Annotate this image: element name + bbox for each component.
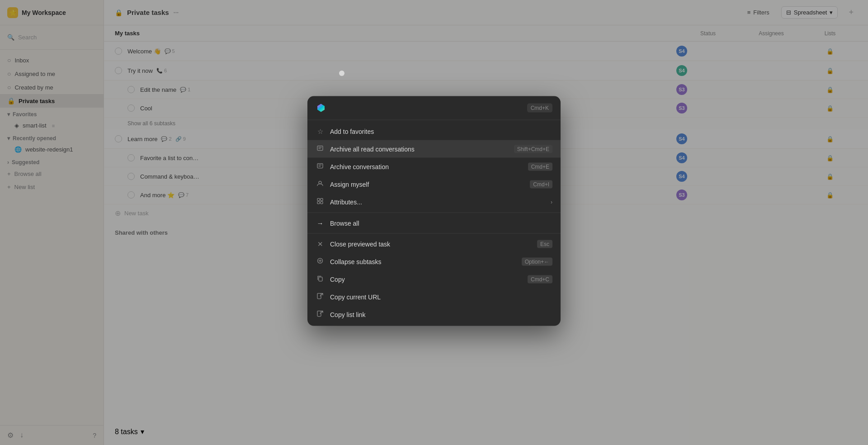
archive-all-icon (316, 145, 325, 153)
archive-conv-icon (316, 162, 325, 171)
command-item-browse-all[interactable]: → Browse all (307, 215, 561, 232)
close-task-shortcut: Esc (537, 240, 552, 248)
assign-myself-shortcut: Cmd+I (530, 180, 552, 188)
app-logo (316, 103, 326, 114)
assign-icon (316, 180, 325, 189)
copy-list-link-icon (316, 310, 325, 319)
divider-2 (307, 233, 561, 234)
svg-rect-0 (317, 146, 323, 151)
command-shortcut-label: Cmd+K (527, 104, 552, 113)
star-icon: ☆ (316, 128, 325, 136)
svg-rect-4 (321, 199, 323, 201)
close-icon: ✕ (316, 240, 325, 248)
command-item-copy-list-link[interactable]: Copy list link (307, 306, 561, 323)
attributes-icon (316, 198, 325, 206)
svg-rect-5 (317, 202, 320, 204)
command-palette: Cmd+K ☆ Add to favorites Archive all rea… (307, 96, 561, 326)
command-item-attributes[interactable]: Attributes... › (307, 193, 561, 211)
command-search-row: Cmd+K (307, 96, 561, 120)
collapse-shortcut: Option+← (522, 257, 552, 265)
archive-all-shortcut: Shift+Cmd+E (514, 145, 552, 153)
command-item-archive-all[interactable]: Archive all read conversations Shift+Cmd… (307, 140, 561, 158)
svg-rect-1 (317, 164, 323, 168)
command-item-collapse-subtasks[interactable]: Collapse subtasks Option+← (307, 253, 561, 270)
command-item-add-favorites[interactable]: ☆ Add to favorites (307, 123, 561, 140)
copy-url-icon (316, 293, 325, 301)
attributes-arrow: › (551, 199, 552, 205)
command-item-copy-url[interactable]: Copy current URL (307, 288, 561, 306)
copy-shortcut: Cmd+C (528, 275, 552, 283)
command-search-input[interactable] (332, 104, 522, 112)
command-item-close-task[interactable]: ✕ Close previewed task Esc (307, 236, 561, 253)
archive-conv-shortcut: Cmd+E (528, 162, 552, 170)
command-list: ☆ Add to favorites Archive all read conv… (307, 120, 561, 326)
command-item-assign-myself[interactable]: Assign myself Cmd+I (307, 175, 561, 193)
command-item-copy[interactable]: Copy Cmd+C (307, 270, 561, 288)
svg-rect-3 (317, 199, 320, 201)
browse-all-icon: → (316, 219, 325, 227)
svg-rect-6 (321, 202, 323, 204)
collapse-icon (316, 257, 325, 266)
command-item-archive-conv[interactable]: Archive conversation Cmd+E (307, 158, 561, 175)
divider (307, 213, 561, 213)
svg-rect-8 (319, 277, 322, 281)
copy-icon (316, 275, 325, 284)
svg-point-2 (319, 181, 321, 184)
